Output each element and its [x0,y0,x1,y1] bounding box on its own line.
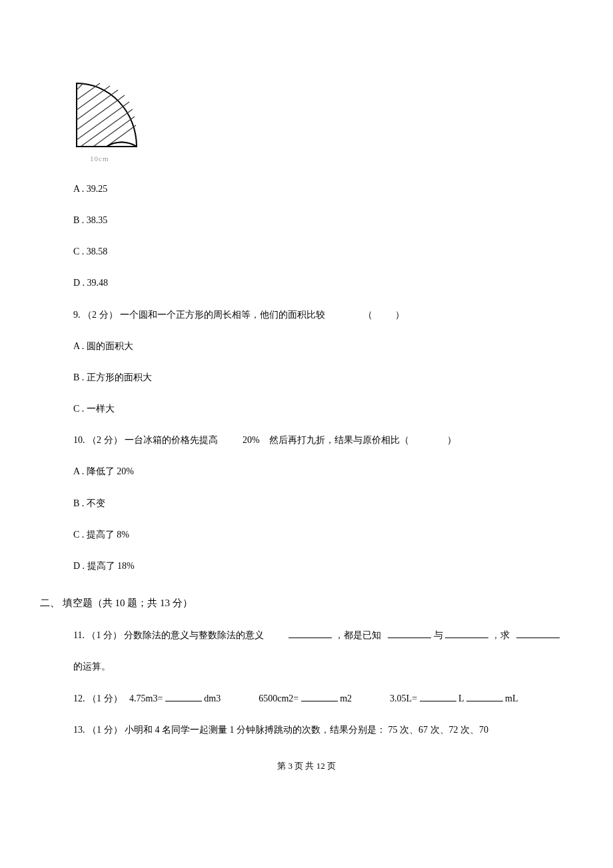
section-2-header: 二、 填空题（共 10 题；共 13 分） [40,594,573,612]
question-9: 9. （2 分） 一个圆和一个正方形的周长相等，他们的面积比较 （ ） [73,306,573,323]
q9-number: 9. [73,310,81,320]
svg-line-7 [93,117,135,147]
q9-option-c: C . 一样大 [73,400,573,417]
blank-input[interactable] [301,690,338,701]
svg-line-1 [77,83,100,100]
question-13: 13. （1 分） 小明和 4 名同学一起测量 1 分钟脉搏跳动的次数，结果分别… [73,721,573,738]
q9-option-b: B . 正方形的面积大 [73,369,573,386]
blank-input[interactable] [516,627,560,638]
blank-input[interactable] [445,627,488,638]
q11-text2: ，都是已知 [334,630,381,640]
question-12: 12. （1 分） 4.75m3= dm3 6500cm2= m2 3.05L=… [73,690,573,707]
q12-part2a: 6500cm2= [259,693,299,703]
q9-paren: （ ） [363,310,406,320]
q12-part3b: L [458,693,464,703]
question-11: 11. （1 分） 分数除法的意义与整数除法的意义 ，都是已知 与 ，求 [73,627,573,644]
blank-input[interactable] [420,690,456,701]
svg-line-2 [77,86,110,110]
q13-text: 小明和 4 名同学一起测量 1 分钟脉搏跳动的次数，结果分别是： 75 次、67… [125,725,488,735]
q10-option-a: A . 降低了 20% [73,463,573,480]
q11-number: 11. [73,630,85,640]
q12-points: （1 分） [87,693,123,703]
q10-points: （2 分） [87,435,123,445]
q12-part1b: dm3 [204,693,221,703]
question-10: 10. （2 分） 一台冰箱的价格先提高 20% 然后再打九折，结果与原价相比（… [73,432,573,448]
q10-paren-close: ） [447,435,456,445]
q11-text4: ，求 [491,630,510,640]
option-a: A . 39.25 [73,181,573,197]
option-b: B . 38.35 [73,212,573,228]
svg-line-4 [77,95,125,130]
q9-text: 一个圆和一个正方形的周长相等，他们的面积比较 [120,310,325,320]
q12-part2b: m2 [340,693,352,703]
q10-number: 10. [73,435,85,445]
q10-option-b: B . 不变 [73,495,573,512]
q9-points: （2 分） [83,310,118,320]
svg-line-5 [77,102,129,140]
svg-line-6 [81,109,133,147]
figure-caption: 10cm [90,153,573,166]
q13-number: 13. [73,725,85,735]
option-d: D . 39.48 [73,274,573,291]
q11-text1: 分数除法的意义与整数除法的意义 [124,630,264,640]
q10-text2: 然后再打九折，结果与原价相比（ [269,435,409,445]
page-footer: 第 3 页 共 12 页 [40,758,573,773]
blank-input[interactable] [165,690,202,701]
q11-cont: 的运算。 [73,658,573,675]
q11-text3: 与 [434,630,443,640]
q10-pct: 20% [243,435,260,445]
q12-number: 12. [73,693,85,703]
q9-option-a: A . 圆的面积大 [73,338,573,354]
svg-line-0 [77,83,83,90]
blank-input[interactable] [388,627,431,638]
geometry-figure: 10cm [73,80,573,166]
q12-part1a: 4.75m3= [129,693,163,703]
q10-text1: 一台冰箱的价格先提高 [125,435,218,445]
q13-points: （1 分） [87,725,123,735]
q10-option-d: D . 提高了 18% [73,558,573,574]
blank-input[interactable] [289,627,332,638]
option-c: C . 38.58 [73,243,573,260]
q12-part3c: mL [505,693,518,703]
q12-part3a: 3.05L= [390,693,417,703]
q11-text5: 的运算。 [73,661,111,671]
q10-option-c: C . 提高了 8% [73,526,573,543]
q11-points: （1 分） [87,630,122,640]
blank-input[interactable] [466,690,503,701]
